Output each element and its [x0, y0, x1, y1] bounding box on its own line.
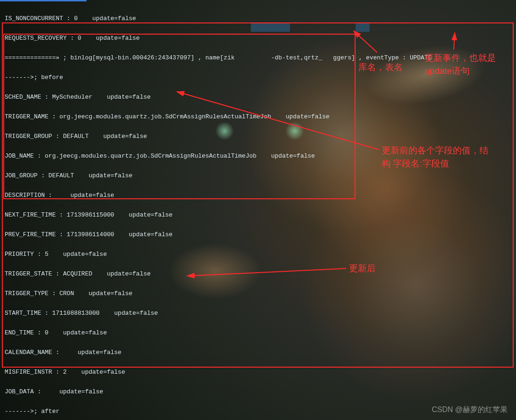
- terminal-output[interactable]: IS_NONCONCURRENT : 0 update=false REQUES…: [0, 0, 516, 420]
- before-row: END_TIME : 0 update=false: [5, 328, 511, 338]
- before-row: JOB_NAME : org.jeecg.modules.quartz.job.…: [5, 151, 511, 161]
- before-row: TRIGGER_GROUP : DEFAULT update=false: [5, 131, 511, 141]
- line-after-marker: ------->; after: [5, 406, 511, 416]
- line-is-nonconcurrent: IS_NONCONCURRENT : 0 update=false: [5, 14, 511, 23]
- before-row: JOB_GROUP : DEFAULT update=false: [5, 171, 511, 181]
- line-requests-recovery: REQUESTS_RECOVERY : 0 update=false: [5, 33, 511, 43]
- before-row: CALENDAR_NAME : update=false: [5, 348, 511, 357]
- before-row: MISFIRE_INSTR : 2 update=false: [5, 367, 511, 377]
- line-before-marker: ------->; before: [5, 72, 511, 82]
- before-row: TRIGGER_NAME : org.jeecg.modules.quartz.…: [5, 112, 511, 122]
- line-binlog-header-update: ==============» ; binlog[mysql-bin.00042…: [5, 53, 511, 63]
- before-row: PREV_FIRE_TIME : 1713986114000 update=fa…: [5, 230, 511, 239]
- before-row: TRIGGER_STATE : ACQUIRED update=false: [5, 269, 511, 279]
- window-accent-bar: [0, 0, 87, 1]
- before-row: PRIORITY : 5 update=false: [5, 249, 511, 259]
- redaction-mask: [356, 23, 370, 32]
- before-row: SCHED_NAME : MyScheduler update=false: [5, 92, 511, 102]
- before-row: JOB_DATA : update=false: [5, 387, 511, 397]
- before-row: TRIGGER_TYPE : CRON update=false: [5, 289, 511, 298]
- before-row: START_TIME : 1711088813000 update=false: [5, 308, 511, 318]
- before-row: NEXT_FIRE_TIME : 1713986115000 update=fa…: [5, 210, 511, 220]
- before-row: DESCRIPTION : update=false: [5, 190, 511, 200]
- redaction-mask: [251, 23, 290, 32]
